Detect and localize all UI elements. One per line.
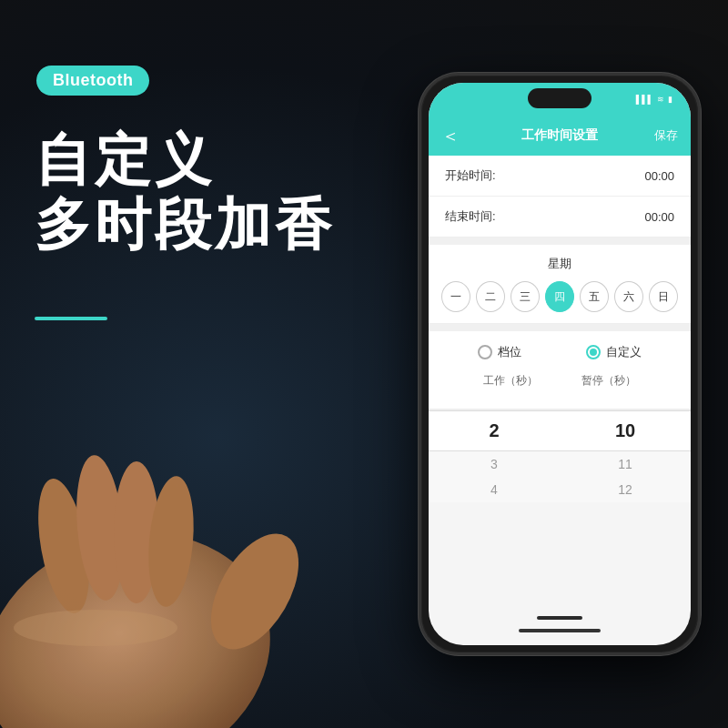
section-divider-2 (429, 324, 691, 331)
picker-pause-12[interactable]: 12 (560, 477, 691, 502)
section-divider-1 (429, 238, 691, 245)
picker-col-pause[interactable]: 10 11 12 (560, 410, 691, 502)
app-content: 开始时间: 00:00 结束时间: 00:00 星期 一 二 三 (429, 156, 691, 502)
day-mon[interactable]: 一 (441, 281, 470, 312)
speaker-grille (537, 616, 582, 620)
wifi-icon: ≋ (657, 95, 664, 104)
mode-label-档位: 档位 (498, 344, 521, 360)
power-button (699, 239, 701, 294)
svg-point-6 (14, 610, 177, 646)
phone-body: ▌▌▌ ≋ ▮ ＜ 工作时间设置 保存 开始时间: 00:00 (419, 73, 701, 655)
end-time-row[interactable]: 结束时间: 00:00 (429, 197, 691, 238)
start-time-label: 开始时间: (445, 167, 496, 184)
radio-自定义[interactable] (586, 345, 601, 359)
picker-pause-11[interactable]: 11 (560, 451, 691, 477)
col-header-work: 工作（秒） (461, 373, 560, 389)
header-title: 工作时间设置 (521, 127, 598, 144)
start-time-value: 00:00 (644, 169, 674, 183)
home-indicator (519, 629, 601, 632)
battery-icon: ▮ (668, 95, 672, 104)
hero-underline (35, 317, 107, 320)
picker-work-4[interactable]: 4 (429, 477, 560, 502)
end-time-label: 结束时间: (445, 208, 496, 225)
mode-options: 档位 自定义 (445, 344, 674, 360)
mode-label-自定义: 自定义 (606, 344, 642, 360)
col-header-pause: 暂停（秒） (560, 373, 658, 389)
end-time-value: 00:00 (644, 210, 674, 224)
day-thu[interactable]: 四 (545, 281, 574, 312)
hero-line2: 多时段加香 (35, 192, 335, 257)
mode-section: 档位 自定义 工作（秒） 暂停（秒） (429, 331, 691, 410)
day-fri[interactable]: 五 (580, 281, 609, 312)
volume-up-button (419, 258, 420, 308)
week-days: 一 二 三 四 五 六 日 (441, 281, 678, 312)
start-time-row[interactable]: 开始时间: 00:00 (429, 156, 691, 197)
column-headers: 工作（秒） 暂停（秒） (445, 369, 674, 396)
status-bar: ▌▌▌ ≋ ▮ (429, 83, 691, 116)
day-tue[interactable]: 二 (476, 281, 505, 312)
phone-device: ▌▌▌ ≋ ▮ ＜ 工作时间设置 保存 开始时间: 00:00 (419, 73, 701, 655)
bluetooth-badge: Bluetooth (36, 66, 149, 96)
radio-档位[interactable] (478, 345, 492, 359)
status-icons: ▌▌▌ ≋ ▮ (636, 95, 672, 104)
picker-pause-10[interactable]: 10 (560, 410, 691, 451)
week-label: 星期 (441, 256, 678, 272)
picker-section[interactable]: 2 3 4 10 11 12 (429, 410, 691, 502)
hero-text: 自定义 多时段加香 (35, 127, 335, 258)
hero-line1: 自定义 (35, 127, 335, 192)
picker-rows: 2 3 4 10 11 12 (429, 410, 691, 502)
hand-illustration (0, 364, 400, 728)
day-sun[interactable]: 日 (649, 281, 678, 312)
back-button[interactable]: ＜ (441, 124, 460, 148)
volume-mute-button (419, 212, 420, 244)
phone-screen: ▌▌▌ ≋ ▮ ＜ 工作时间设置 保存 开始时间: 00:00 (429, 83, 691, 645)
picker-col-work[interactable]: 2 3 4 (429, 410, 560, 502)
app-header: ＜ 工作时间设置 保存 (429, 116, 691, 156)
day-sat[interactable]: 六 (614, 281, 643, 312)
mode-option-档位[interactable]: 档位 (478, 344, 521, 360)
mode-option-自定义[interactable]: 自定义 (586, 344, 642, 360)
camera-cutout (528, 88, 592, 108)
week-section: 星期 一 二 三 四 五 六 日 (429, 245, 691, 324)
save-button[interactable]: 保存 (654, 127, 678, 144)
day-wed[interactable]: 三 (511, 281, 540, 312)
signal-icon: ▌▌▌ (636, 95, 653, 104)
radio-inner-自定义 (590, 349, 597, 356)
volume-down-button (419, 317, 420, 367)
picker-work-2[interactable]: 2 (429, 410, 560, 451)
picker-work-3[interactable]: 3 (429, 451, 560, 477)
